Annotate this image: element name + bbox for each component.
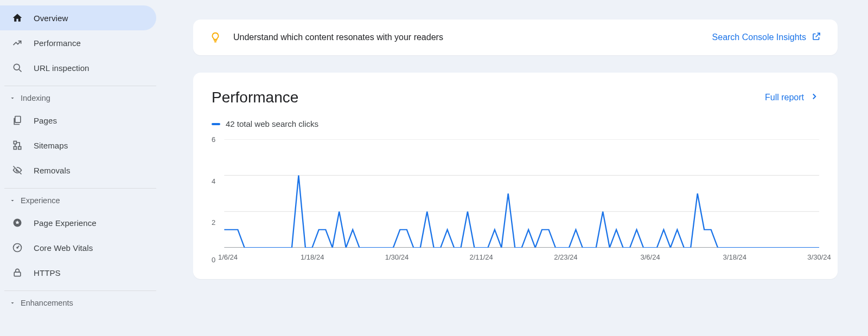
sidebar-item-pages[interactable]: Pages: [0, 108, 156, 133]
trend-icon: [12, 37, 23, 48]
sidebar-item-core-web-vitals[interactable]: Core Web Vitals: [0, 235, 156, 260]
lock-icon: [12, 267, 23, 278]
performance-card: Performance Full report 42 total web sea…: [193, 73, 838, 279]
full-report-link[interactable]: Full report: [765, 92, 819, 104]
insights-banner: Understand which content resonates with …: [193, 20, 838, 55]
x-tick: 2/23/24: [554, 253, 577, 261]
svg-point-0: [14, 64, 20, 70]
insights-link-label: Search Console Insights: [712, 33, 806, 42]
y-tick: 6: [212, 135, 215, 144]
nav-divider: [4, 290, 156, 291]
y-tick: 0: [212, 256, 215, 264]
sidebar-item-label: HTTPS: [34, 268, 61, 277]
sidebar-section-label: Experience: [21, 196, 60, 205]
eye-off-icon: [12, 165, 23, 176]
sidebar-section-indexing[interactable]: Indexing: [0, 88, 163, 108]
x-tick: 2/11/24: [469, 253, 493, 261]
x-tick: 1/6/24: [218, 253, 238, 261]
external-link-icon: [812, 31, 821, 43]
sidebar-item-sitemaps[interactable]: Sitemaps: [0, 133, 156, 158]
x-tick: 3/30/24: [807, 253, 831, 261]
caret-down-icon: [9, 94, 16, 102]
performance-title: Performance: [212, 89, 765, 106]
sidebar-item-label: Performance: [34, 38, 81, 48]
sidebar-item-label: Sitemaps: [34, 141, 68, 150]
sidebar-section-experience[interactable]: Experience: [0, 191, 163, 210]
caret-down-icon: [9, 197, 16, 204]
svg-rect-1: [15, 117, 21, 123]
lightbulb-icon: [209, 31, 221, 43]
sidebar-section-label: Enhancements: [21, 299, 73, 307]
pages-icon: [12, 115, 23, 126]
gauge-icon: [12, 242, 23, 253]
x-tick: 3/18/24: [723, 253, 746, 261]
x-tick: 3/6/24: [640, 253, 660, 261]
sidebar-item-label: Page Experience: [34, 218, 97, 228]
svg-point-7: [17, 247, 18, 248]
sidebar-item-https[interactable]: HTTPS: [0, 260, 156, 285]
sidebar-item-label: Overview: [34, 14, 68, 23]
sidebar-item-removals[interactable]: Removals: [0, 158, 156, 183]
x-tick: 1/30/24: [385, 253, 409, 261]
nav-divider: [4, 188, 156, 189]
sidebar-item-label: Pages: [34, 116, 57, 125]
svg-rect-8: [14, 272, 21, 276]
caret-down-icon: [9, 299, 16, 307]
sidebar-item-overview[interactable]: Overview: [0, 5, 156, 30]
sidebar-item-label: Core Web Vitals: [34, 243, 93, 253]
y-tick: 4: [212, 177, 215, 185]
y-tick: 2: [212, 218, 215, 227]
chart-svg: [212, 139, 819, 248]
badge-icon: [12, 217, 23, 228]
sidebar: Overview Performance URL inspection Inde…: [0, 0, 163, 336]
sidebar-item-url-inspection[interactable]: URL inspection: [0, 55, 156, 80]
full-report-label: Full report: [765, 93, 804, 102]
chevron-right-icon: [809, 92, 819, 104]
svg-rect-3: [14, 147, 16, 150]
x-tick: 1/18/24: [301, 253, 324, 261]
insights-link[interactable]: Search Console Insights: [712, 31, 821, 43]
sidebar-section-enhancements[interactable]: Enhancements: [0, 293, 163, 313]
legend-swatch: [212, 123, 220, 125]
svg-rect-2: [14, 141, 16, 144]
sidebar-item-performance[interactable]: Performance: [0, 30, 156, 55]
insights-text: Understand which content resonates with …: [233, 33, 712, 42]
sidebar-section-label: Indexing: [21, 94, 50, 102]
sitemap-icon: [12, 140, 23, 151]
nav-divider: [4, 86, 156, 86]
search-icon: [12, 62, 23, 73]
legend-label: 42 total web search clicks: [226, 119, 318, 128]
performance-chart: 6 4 2 0 1/6/241/18/241/30/242/11/242/23/…: [212, 139, 819, 264]
chart-legend: 42 total web search clicks: [212, 119, 819, 128]
main-content: Understand which content resonates with …: [163, 0, 868, 336]
sidebar-item-page-experience[interactable]: Page Experience: [0, 210, 156, 235]
sidebar-item-label: Removals: [34, 166, 71, 175]
svg-rect-4: [18, 147, 21, 150]
home-icon: [12, 12, 23, 23]
sidebar-item-label: URL inspection: [34, 63, 90, 73]
x-axis: 1/6/241/18/241/30/242/11/242/23/243/6/24…: [228, 253, 819, 264]
